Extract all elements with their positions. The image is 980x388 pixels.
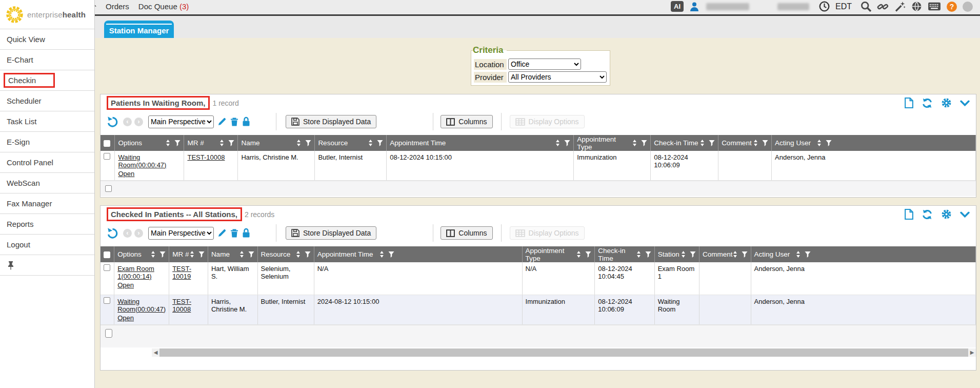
column-header-station[interactable]: Station [654, 246, 699, 262]
sidebar-item-fax-manager[interactable]: Fax Manager [0, 193, 94, 214]
pushpin-icon[interactable] [7, 261, 14, 270]
display-options-button[interactable]: Display Options [510, 226, 585, 240]
sort-icon[interactable] [555, 140, 560, 146]
keyboard-icon[interactable] [928, 2, 941, 11]
column-header-resource[interactable]: Resource [257, 246, 314, 262]
row-checkbox[interactable] [104, 264, 110, 271]
column-header-appointment-type[interactable]: Appointment Type [522, 246, 595, 262]
sidebar-item-reports[interactable]: Reports [0, 214, 94, 235]
filter-funnel-icon[interactable] [762, 140, 768, 146]
avatar[interactable] [963, 2, 973, 12]
filter-funnel-icon[interactable] [641, 140, 647, 146]
sort-icon[interactable] [296, 140, 301, 146]
next-perspective-button[interactable]: › [134, 118, 143, 126]
undo-icon[interactable] [107, 116, 118, 128]
gear-icon[interactable] [941, 209, 952, 220]
filter-funnel-icon[interactable] [805, 251, 811, 258]
sidebar-item-webscan[interactable]: WebScan [0, 173, 94, 193]
previous-perspective-button[interactable]: ‹ [123, 229, 132, 238]
search-icon[interactable] [861, 1, 871, 12]
lock-icon[interactable] [242, 117, 250, 127]
column-header-mr[interactable]: MR # [184, 135, 238, 151]
sort-icon[interactable] [190, 251, 194, 258]
mr-number-link[interactable]: TEST-10008 [187, 153, 225, 161]
provider-select[interactable]: All Providers [508, 71, 607, 83]
sort-icon[interactable] [368, 140, 373, 146]
scroll-right-button[interactable]: ▶ [968, 348, 976, 357]
footer-checkbox[interactable] [105, 329, 112, 338]
columns-button[interactable]: Columns [441, 115, 492, 128]
columns-button[interactable]: Columns [441, 226, 492, 240]
sort-icon[interactable] [219, 140, 224, 146]
filter-funnel-icon[interactable] [709, 140, 715, 146]
filter-funnel-icon[interactable] [305, 251, 311, 258]
sidebar-item-control-panel[interactable]: Control Panel [0, 152, 94, 173]
sort-icon[interactable] [733, 251, 737, 258]
footer-checkbox[interactable] [105, 185, 112, 192]
row-checkbox[interactable] [104, 153, 110, 160]
select-all-checkbox[interactable] [104, 251, 110, 258]
ai-badge[interactable]: AI [671, 1, 684, 12]
filter-funnel-icon[interactable] [564, 140, 570, 146]
delete-trash-icon[interactable] [230, 228, 238, 238]
column-header-options[interactable]: Options [115, 135, 184, 151]
sort-icon[interactable] [296, 251, 301, 258]
sidebar-item-scheduler[interactable]: Scheduler [0, 91, 94, 111]
filter-funnel-icon[interactable] [377, 140, 383, 146]
new-document-icon[interactable] [905, 209, 913, 220]
column-header-options[interactable]: Options [114, 246, 169, 262]
tab-station-manager[interactable]: Station Manager [104, 21, 174, 38]
filter-funnel-icon[interactable] [645, 251, 651, 258]
scrollbar-thumb[interactable] [159, 348, 968, 357]
filter-funnel-icon[interactable] [248, 251, 254, 258]
column-header-appointment-type[interactable]: Appointment Type [574, 135, 651, 151]
sort-icon[interactable] [753, 140, 758, 146]
undo-icon[interactable] [107, 227, 118, 239]
column-header-comment[interactable]: Comment [718, 135, 772, 151]
edit-pencil-icon[interactable] [217, 117, 227, 126]
station-timer-link[interactable]: Waiting Room(00:00:47) [118, 153, 166, 169]
scroll-left-button[interactable]: ◀ [152, 348, 159, 357]
filter-funnel-icon[interactable] [388, 251, 394, 258]
globe-icon[interactable] [911, 1, 922, 12]
column-header-acting-user[interactable]: Acting User [751, 246, 975, 262]
filter-funnel-icon[interactable] [742, 251, 748, 258]
column-header-checkin-time[interactable]: Check-in Time [595, 246, 654, 262]
store-displayed-data-button[interactable]: Store Displayed Data [286, 226, 376, 240]
sidebar-item-e-sign[interactable]: E-Sign [0, 132, 94, 152]
help-icon[interactable]: ? [947, 2, 957, 12]
sort-icon[interactable] [681, 251, 686, 258]
sort-icon[interactable] [700, 140, 705, 146]
sidebar-item-e-chart[interactable]: E-Chart [0, 50, 94, 70]
sort-icon[interactable] [151, 251, 155, 258]
column-header-resource[interactable]: Resource [315, 135, 387, 151]
column-header-appointment-time[interactable]: Appointment Time [314, 246, 522, 262]
nav-doc-queue[interactable]: Doc Queue (3) [138, 2, 189, 11]
open-link[interactable]: Open [118, 170, 134, 178]
nav-orders[interactable]: Orders [106, 2, 129, 11]
previous-perspective-button[interactable]: ‹ [123, 118, 132, 126]
filter-funnel-icon[interactable] [305, 140, 311, 146]
edit-pencil-icon[interactable] [217, 228, 227, 238]
wand-icon[interactable] [894, 1, 906, 12]
sidebar-item-task-list[interactable]: Task List [0, 111, 94, 132]
sort-icon[interactable] [632, 140, 637, 146]
mr-number-link[interactable]: TEST-10019 [172, 265, 191, 280]
station-timer-link[interactable]: Waiting Room(00:00:47) [117, 298, 166, 313]
sidebar-item-checkin[interactable]: Checkin [0, 70, 94, 91]
station-timer-link[interactable]: Exam Room 1(00:00:14) [117, 265, 154, 280]
perspective-select[interactable]: Main Perspective [148, 227, 214, 240]
lock-icon[interactable] [242, 228, 250, 238]
column-header-checkin-time[interactable]: Check-in Time [651, 135, 718, 151]
sort-icon[interactable] [576, 251, 581, 258]
row-checkbox[interactable] [104, 297, 110, 304]
column-header-mr[interactable]: MR # [169, 246, 208, 262]
filter-funnel-icon[interactable] [174, 140, 181, 146]
next-perspective-button[interactable]: › [134, 229, 143, 238]
column-header-name[interactable]: Name [238, 135, 315, 151]
filter-funnel-icon[interactable] [690, 251, 696, 258]
store-displayed-data-button[interactable]: Store Displayed Data [286, 115, 376, 128]
sidebar-item-logout[interactable]: Logout [0, 235, 94, 255]
delete-trash-icon[interactable] [230, 117, 238, 127]
refresh-icon[interactable] [922, 209, 933, 220]
